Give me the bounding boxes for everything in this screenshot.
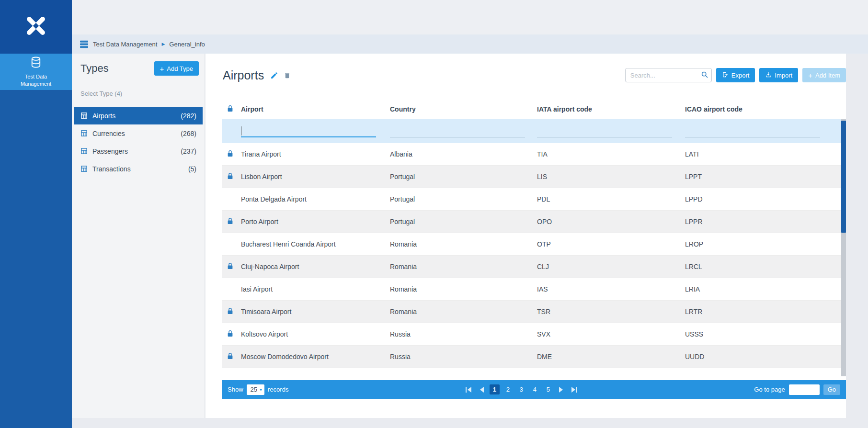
lock-icon [227,262,233,271]
page-number-2[interactable]: 2 [503,384,513,394]
goto-page-label: Go to page [754,386,785,393]
add-item-button[interactable]: + Add Item [802,68,846,82]
scrollbar-thumb[interactable] [841,121,846,233]
filter-row [222,119,841,143]
type-item-count: (5) [188,165,196,173]
page-title: Airports [223,68,264,82]
import-button[interactable]: Import [759,68,798,82]
column-header-country[interactable]: Country [390,105,537,113]
table-row[interactable]: Iasi Airport Romania IAS LRIA [222,278,841,301]
page-number-5[interactable]: 5 [543,384,553,394]
cell-iata: CLJ [537,263,685,270]
cell-iata: DME [537,353,685,360]
table-icon [80,165,88,172]
cell-country: Portugal [390,195,537,203]
cell-icao: UUDD [685,353,841,360]
cell-country: Romania [390,240,537,248]
table-row[interactable]: Moscow Domodedovo Airport Russia DME UUD… [222,346,841,368]
breadcrumb-root[interactable]: Test Data Management [93,41,157,48]
filter-airport-input[interactable] [241,125,376,137]
types-panel-title: Types [80,62,109,75]
page-number-4[interactable]: 4 [530,384,540,394]
goto-page-input[interactable] [789,384,820,395]
lock-icon [227,217,233,226]
table-row[interactable]: Timisoara Airport Romania TSR LRTR [222,301,841,323]
type-item-label: Passengers [92,147,128,155]
table-row[interactable]: Lisbon Airport Portugal LIS LPPT [222,166,841,188]
next-page-button[interactable] [557,385,566,394]
lock-icon [227,150,233,158]
table-row[interactable]: Porto Airport Portugal OPO LPPR [222,211,841,233]
breadcrumb-current: General_info [169,41,205,48]
cell-airport: Bucharest Henri Coanda Airport [241,240,390,248]
text-cursor [241,126,241,135]
import-icon [765,71,772,79]
top-strip [72,0,868,34]
sidebar-item-label: Test Data Management [15,73,57,88]
first-page-button[interactable] [464,385,473,394]
plus-icon: + [160,65,164,72]
type-item-label: Currencies [92,130,125,137]
type-item-currencies[interactable]: Currencies (268) [74,124,203,142]
tosca-x-logo-icon [23,13,48,40]
lock-icon [227,105,233,113]
table-row[interactable]: Koltsovo Airport Russia SVX USSS [222,323,841,346]
lock-icon [227,172,233,181]
app-logo[interactable] [0,0,72,54]
type-item-count: (237) [181,147,196,155]
search-box [625,68,712,82]
main-panel: Airports Export [206,54,846,418]
type-item-count: (268) [181,130,196,137]
table-row[interactable]: Cluj-Napoca Airport Romania CLJ LRCL [222,256,841,278]
cell-icao: LRCL [685,263,841,270]
cell-icao: LRTR [685,308,841,315]
edit-type-icon[interactable] [270,71,278,79]
cell-country: Portugal [390,218,537,225]
table-icon [80,112,88,119]
table-row[interactable]: Bucharest Henri Coanda Airport Romania O… [222,233,841,256]
cell-iata: IAS [537,285,685,293]
search-input[interactable] [625,68,712,82]
chevron-down-icon: ▾ [260,387,262,392]
records-label: records [268,386,288,393]
cell-country: Russia [390,353,537,360]
add-type-button[interactable]: + Add Type [154,61,199,76]
cell-icao: LPPR [685,218,841,225]
column-header-iata[interactable]: IATA airport code [537,105,685,113]
cell-iata: OPO [537,218,685,225]
export-button[interactable]: Export [716,68,755,82]
page-number-3[interactable]: 3 [516,384,526,394]
cell-country: Romania [390,308,537,315]
page-number-1[interactable]: 1 [490,384,500,394]
filter-country-input[interactable] [390,125,525,137]
column-header-icao[interactable]: ICAO airport code [685,105,841,113]
export-icon [722,71,729,79]
type-item-passengers[interactable]: Passengers (237) [74,142,203,160]
table-row[interactable]: Ponta Delgada Airport Portugal PDL LPPD [222,188,841,211]
prev-page-button[interactable] [477,385,486,394]
last-page-button[interactable] [570,385,579,394]
cell-airport: Porto Airport [241,218,390,225]
table-row[interactable]: Tirana Airport Albania TIA LATI [222,143,841,166]
database-icon [31,56,41,70]
sidebar-item-test-data-management[interactable]: Test Data Management [0,54,72,90]
type-item-transactions[interactable]: Transactions (5) [74,160,203,178]
content-area: Types + Add Type Select Type (4) Airport… [72,54,868,428]
cell-country: Romania [390,285,537,293]
go-button[interactable]: Go [823,384,840,395]
cell-country: Russia [390,330,537,338]
vertical-scrollbar[interactable] [841,119,846,376]
lock-icon [227,352,233,361]
cell-airport: Cluj-Napoca Airport [241,263,390,270]
filter-icao-input[interactable] [685,125,820,137]
lock-icon [227,330,233,338]
page-size-select[interactable]: 25 ▾ [247,384,265,395]
type-item-airports[interactable]: Airports (282) [74,107,203,124]
sidebar: Test Data Management [0,0,72,428]
table-body: Tirana Airport Albania TIA LATI Lisbon A… [222,143,841,368]
filter-iata-input[interactable] [537,125,672,137]
show-label: Show [228,386,243,393]
search-icon[interactable] [701,71,708,80]
delete-type-icon[interactable] [284,71,291,79]
column-header-airport[interactable]: Airport [241,105,390,113]
